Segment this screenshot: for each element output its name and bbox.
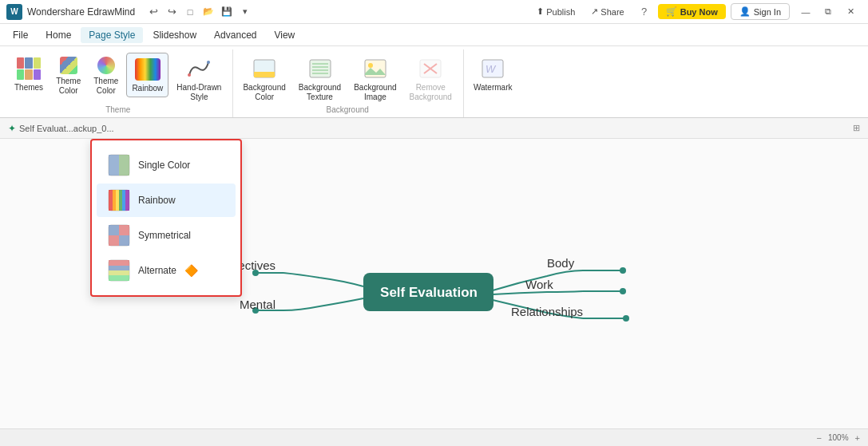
theme-color2-icon — [97, 56, 116, 75]
menu-bar: File Home Page Style Slideshow Advanced … — [0, 24, 868, 46]
dropdown-single-color[interactable]: Single Color — [97, 148, 236, 182]
svg-rect-34 — [119, 190, 122, 211]
menu-file[interactable]: File — [5, 27, 36, 43]
user-icon: 👤 — [739, 6, 751, 17]
single-color-label: Single Color — [138, 160, 190, 171]
svg-rect-38 — [109, 225, 119, 235]
watermark-button[interactable]: W Watermark — [469, 53, 517, 96]
redo-button[interactable]: ↪ — [163, 3, 180, 21]
share-button[interactable]: ↗ Share — [586, 5, 628, 18]
mental-label: Mental — [240, 298, 275, 311]
save-button[interactable]: 💾 — [218, 3, 236, 21]
svg-point-11 — [368, 63, 373, 68]
svg-rect-44 — [109, 266, 129, 270]
hand-drawn-label: Hand-DrawnStyle — [176, 83, 221, 102]
background-texture-label: BackgroundTexture — [299, 83, 341, 102]
menu-home[interactable]: Home — [38, 27, 79, 43]
background-color-icon — [252, 56, 277, 81]
body-label: Body — [547, 256, 575, 270]
svg-rect-5 — [310, 60, 331, 77]
background-texture-icon — [307, 56, 333, 81]
dropdown-rainbow[interactable]: Rainbow — [97, 184, 236, 217]
theme-items: Themes ThemeColor ThemeColor — [10, 49, 226, 105]
svg-rect-29 — [119, 155, 129, 176]
theme-color-button[interactable]: ThemeColor — [51, 53, 85, 99]
breadcrumb-bar: ✦ Self Evaluat...ackup_0... ⊞ — [0, 118, 868, 139]
status-bar: − 100% + — [0, 428, 868, 446]
relationships-label: Relationships — [511, 305, 583, 318]
background-texture-button[interactable]: BackgroundTexture — [294, 53, 346, 105]
menu-slideshow[interactable]: Slideshow — [145, 27, 204, 43]
breadcrumb-text: Self Evaluat...ackup_0... — [19, 124, 114, 133]
publish-button[interactable]: ⬆ Publish — [532, 5, 580, 18]
restore-button[interactable]: ⧉ — [817, 3, 839, 21]
help-button[interactable]: ? — [636, 3, 653, 21]
svg-point-0 — [188, 73, 191, 77]
hand-drawn-button[interactable]: Hand-DrawnStyle — [172, 53, 226, 105]
symmetrical-label: Symmetrical — [138, 230, 191, 241]
dropdown-alternate[interactable]: Alternate 🔶 — [97, 254, 236, 287]
background-image-label: BackgroundImage — [354, 83, 396, 102]
rainbow-dd-label: Rainbow — [138, 195, 176, 206]
cart-icon: 🛒 — [666, 6, 677, 17]
rainbow-button[interactable]: Rainbow — [126, 53, 168, 97]
watermark-group-label — [469, 114, 517, 117]
remove-background-icon — [418, 56, 443, 81]
svg-rect-43 — [109, 260, 129, 266]
dropdown-symmetrical[interactable]: Symmetrical — [97, 219, 236, 252]
rainbow-icon-dd — [108, 189, 130, 211]
svg-text:W: W — [486, 63, 497, 75]
open-button[interactable]: 📂 — [200, 3, 217, 21]
watermark-label: Watermark — [474, 83, 513, 93]
rainbow-icon — [135, 57, 161, 82]
rainbow-label: Rainbow — [132, 84, 163, 93]
alternate-label: Alternate — [138, 265, 176, 276]
undo-button[interactable]: ↩ — [145, 3, 162, 21]
menu-view[interactable]: View — [266, 27, 303, 43]
new-button[interactable]: □ — [181, 3, 199, 21]
themes-button[interactable]: Themes — [10, 53, 48, 96]
background-image-icon — [363, 56, 388, 81]
zoom-in-button[interactable]: + — [855, 433, 860, 443]
menu-advanced[interactable]: Advanced — [206, 27, 264, 43]
remove-background-button[interactable]: RemoveBackground — [405, 53, 457, 105]
svg-rect-39 — [119, 225, 129, 235]
zoom-level: 100% — [828, 433, 849, 442]
minimize-button[interactable]: — — [795, 3, 817, 21]
theme-color-label: ThemeColor — [56, 77, 81, 96]
themes-label: Themes — [14, 83, 43, 93]
remove-background-label: RemoveBackground — [410, 83, 452, 102]
theme-color-icon — [59, 56, 78, 75]
hand-drawn-icon — [186, 56, 212, 81]
svg-point-1 — [207, 61, 210, 64]
svg-rect-33 — [116, 190, 119, 211]
background-image-button[interactable]: BackgroundImage — [349, 53, 401, 105]
app-name: Wondershare EdrawMind — [27, 6, 135, 18]
svg-rect-40 — [109, 235, 119, 246]
publish-icon: ⬆ — [537, 6, 544, 17]
buy-now-button[interactable]: 🛒 Buy Now — [658, 4, 726, 19]
ribbon: Themes ThemeColor ThemeColor — [0, 46, 868, 118]
background-color-label: BackgroundColor — [243, 83, 285, 102]
zoom-out-button[interactable]: − — [817, 433, 822, 443]
theme-color2-button[interactable]: ThemeColor — [89, 53, 123, 99]
main-area: Body Work Relationships Objectives Menta… — [0, 139, 868, 428]
title-bar-left: W Wondershare EdrawMind ↩ ↪ □ 📂 💾 ▾ — [6, 3, 254, 21]
publish-share-bar: ⬆ Publish ↗ Share ? — [532, 3, 652, 21]
expand-panel-button[interactable]: ⊞ — [853, 123, 860, 133]
more-button[interactable]: ▾ — [236, 3, 254, 21]
background-color-button[interactable]: BackgroundColor — [238, 53, 290, 105]
ribbon-group-watermark: W Watermark — [466, 49, 524, 117]
title-bar: W Wondershare EdrawMind ↩ ↪ □ 📂 💾 ▾ ⬆ Pu… — [0, 0, 868, 24]
svg-rect-28 — [109, 155, 119, 176]
sign-in-button[interactable]: 👤 Sign In — [731, 3, 790, 20]
menu-page-style[interactable]: Page Style — [81, 27, 143, 43]
dropdown-panel: Single Color Rainbow — [90, 139, 242, 297]
theme-group-label: Theme — [10, 105, 226, 117]
center-node-label: Self Evaluation — [380, 285, 478, 300]
alternate-icon — [108, 259, 130, 282]
svg-rect-45 — [109, 270, 129, 275]
window-controls: — ⧉ ✕ — [795, 3, 862, 21]
watermark-items: W Watermark — [469, 49, 517, 114]
close-button[interactable]: ✕ — [839, 3, 862, 21]
